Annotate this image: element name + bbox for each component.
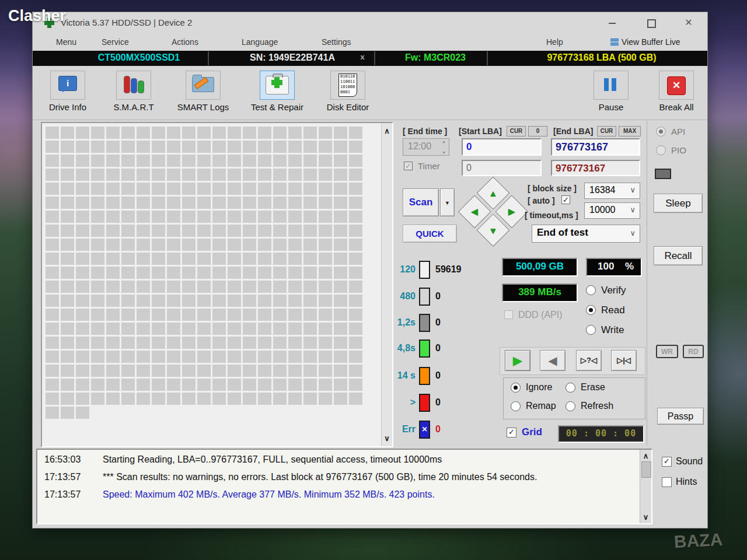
scan-block bbox=[46, 225, 59, 237]
menu-item-help[interactable]: Help bbox=[546, 37, 563, 47]
scan-block bbox=[243, 127, 256, 139]
device-close-x-button[interactable]: x bbox=[358, 52, 367, 61]
menu-item-language[interactable]: Language bbox=[242, 37, 278, 47]
block-size-select[interactable]: 16384 ∨ bbox=[584, 183, 640, 199]
device-model[interactable]: CT500MX500SSD1 bbox=[78, 52, 200, 63]
smart-logs-folder-icon bbox=[186, 71, 221, 100]
drive-info-button[interactable]: i Drive Info bbox=[41, 71, 94, 112]
scan-button[interactable]: Scan bbox=[403, 188, 439, 216]
scan-block bbox=[197, 351, 211, 363]
pio-radio[interactable] bbox=[656, 145, 666, 155]
scan-dropdown-button[interactable]: ▼ bbox=[440, 188, 455, 216]
seek-end-button[interactable]: ▷|◁ bbox=[611, 350, 637, 371]
break-all-button[interactable]: ✕ Break All bbox=[650, 71, 703, 112]
menu-item-actions[interactable]: Actions bbox=[172, 37, 198, 47]
scroll-up-icon[interactable]: ∧ bbox=[640, 452, 651, 460]
start-lba-cur-button[interactable]: CUR bbox=[507, 126, 526, 136]
disk-editor-button[interactable]: 010110 110011 101000 0001 Disk Editor bbox=[320, 71, 376, 112]
scan-block bbox=[61, 407, 74, 419]
test-repair-button[interactable]: Test & Repair bbox=[244, 71, 310, 112]
log-scroll-thumb[interactable] bbox=[641, 461, 651, 478]
scan-block bbox=[258, 379, 271, 391]
start-lba-zero-button[interactable]: 0 bbox=[528, 126, 547, 136]
play-forward-button[interactable]: ▶ bbox=[505, 350, 530, 371]
spinner-up-icon[interactable]: ▲ bbox=[442, 139, 446, 144]
read-radio[interactable] bbox=[586, 305, 596, 315]
refresh-radio[interactable] bbox=[566, 401, 575, 411]
scan-block bbox=[243, 239, 256, 251]
auto-checkbox[interactable]: ✓ bbox=[561, 195, 570, 204]
scan-block bbox=[91, 225, 104, 237]
ddd-api-checkbox[interactable] bbox=[504, 310, 513, 319]
smart-logs-button[interactable]: SMART Logs bbox=[173, 71, 233, 112]
scan-block bbox=[303, 141, 317, 153]
end-lba-cur-button[interactable]: CUR bbox=[597, 126, 616, 136]
scroll-up-icon[interactable]: ∧ bbox=[382, 127, 392, 135]
ignore-radio[interactable] bbox=[511, 383, 521, 393]
remap-radio[interactable] bbox=[511, 401, 521, 411]
verify-radio[interactable] bbox=[586, 285, 596, 295]
scroll-down-icon[interactable]: ∨ bbox=[640, 513, 651, 522]
end-lba-secondary-input[interactable]: 976773167 bbox=[551, 160, 640, 176]
scan-block bbox=[106, 323, 120, 335]
write-radio[interactable] bbox=[586, 325, 596, 335]
recall-button[interactable]: Recall bbox=[654, 246, 703, 265]
maximize-button[interactable] bbox=[640, 15, 663, 31]
sound-checkbox[interactable]: ✓ bbox=[662, 457, 672, 467]
start-lba-input[interactable]: 0 bbox=[462, 138, 542, 156]
scan-block bbox=[182, 379, 196, 391]
title-bar[interactable]: Victoria 5.37 HDD/SSD | Device 2 ✕ bbox=[33, 12, 707, 34]
sleep-button[interactable]: Sleep bbox=[654, 194, 703, 213]
pio-label: PIO bbox=[671, 145, 686, 155]
scan-block bbox=[167, 169, 180, 181]
disk-editor-label: Disk Editor bbox=[320, 102, 376, 112]
play-back-button[interactable]: ◀ bbox=[540, 350, 566, 371]
scan-block bbox=[167, 253, 180, 265]
timeout-select[interactable]: 10000 ∨ bbox=[584, 202, 640, 219]
menu-bar: Menu Service Actions Language Settings H… bbox=[33, 34, 707, 51]
start-lba-secondary-input[interactable]: 0 bbox=[462, 160, 542, 176]
seek-question-button[interactable]: ▷?◁ bbox=[576, 350, 602, 371]
scroll-down-icon[interactable]: ∨ bbox=[382, 434, 392, 443]
scan-block bbox=[137, 267, 150, 279]
end-time-spinner[interactable]: 12:00 ▲ ▼ bbox=[403, 138, 449, 156]
view-buffer-live-button[interactable]: View Buffer Live bbox=[610, 37, 680, 47]
close-button[interactable]: ✕ bbox=[677, 15, 700, 31]
log-scrollbar[interactable]: ∧ ∨ bbox=[640, 450, 651, 523]
passp-button[interactable]: Passp bbox=[657, 408, 704, 425]
break-all-x-icon: ✕ bbox=[659, 71, 694, 100]
scan-block bbox=[303, 183, 317, 195]
hints-checkbox[interactable] bbox=[662, 477, 672, 487]
scan-block bbox=[182, 127, 196, 139]
menu-item-menu[interactable]: Menu bbox=[56, 37, 76, 47]
scan-block bbox=[137, 351, 150, 363]
quick-button[interactable]: QUICK bbox=[403, 225, 457, 243]
scan-block bbox=[76, 309, 89, 321]
wr-button[interactable]: WR bbox=[656, 345, 678, 358]
rd-button[interactable]: RD bbox=[683, 345, 704, 358]
scan-block bbox=[152, 253, 165, 265]
scan-block bbox=[137, 281, 150, 293]
scan-block bbox=[106, 225, 120, 237]
erase-radio[interactable] bbox=[566, 383, 575, 393]
minimize-button[interactable] bbox=[601, 15, 624, 31]
smart-button[interactable]: S.M.A.R.T bbox=[107, 71, 160, 112]
scan-block bbox=[212, 393, 226, 405]
end-lba-input[interactable]: 976773167 bbox=[551, 138, 640, 156]
scan-block bbox=[106, 127, 120, 139]
scan-block bbox=[76, 365, 89, 377]
end-of-test-select[interactable]: End of test ∨ bbox=[532, 225, 640, 243]
scan-block bbox=[303, 351, 317, 363]
api-radio[interactable] bbox=[656, 127, 666, 136]
scan-block bbox=[106, 239, 120, 251]
scan-block bbox=[319, 351, 332, 363]
end-lba-max-button[interactable]: MAX bbox=[619, 126, 641, 136]
scan-block bbox=[106, 169, 120, 181]
menu-item-settings[interactable]: Settings bbox=[322, 37, 351, 47]
scan-block bbox=[91, 239, 104, 251]
timer-checkbox[interactable]: ✓ bbox=[404, 162, 413, 170]
grid-checkbox[interactable]: ✓ bbox=[507, 428, 516, 438]
menu-item-service[interactable]: Service bbox=[102, 37, 129, 47]
spinner-down-icon[interactable]: ▼ bbox=[442, 150, 446, 155]
pause-button[interactable]: Pause bbox=[585, 71, 637, 112]
